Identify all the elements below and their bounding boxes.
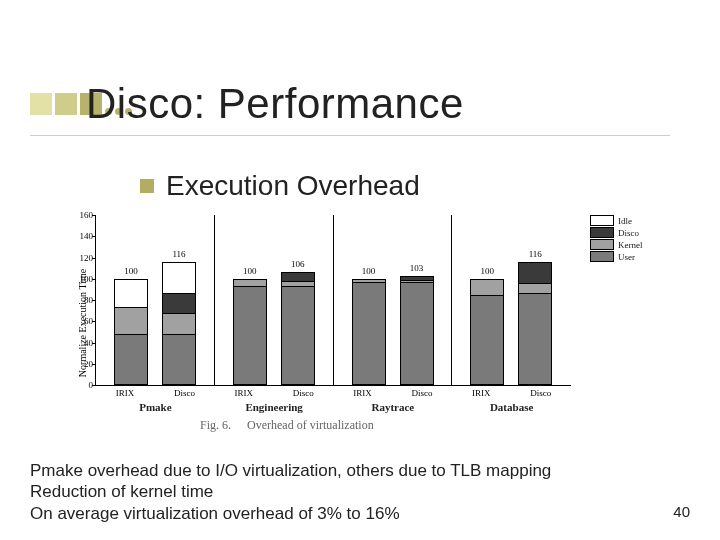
- body-text: Pmake overhead due to I/O virtualization…: [30, 460, 551, 524]
- x-label: IRIX: [353, 388, 372, 398]
- bar-segment-disco: [519, 263, 551, 284]
- bar-segment-user: [234, 287, 266, 384]
- y-tick: 40: [68, 338, 93, 348]
- x-label-slot: IRIXDisco: [452, 385, 571, 398]
- plot-area: 100116100106100103100116 IRIXDiscoIRIXDi…: [95, 215, 571, 386]
- bar: 116: [162, 262, 196, 385]
- group-label: Raytrace: [334, 401, 453, 413]
- x-label: IRIX: [116, 388, 135, 398]
- x-label-slot: IRIXDisco: [96, 385, 215, 398]
- bar-segment-user: [519, 294, 551, 384]
- bar-segment-idle: [115, 280, 147, 308]
- legend-item: Kernel: [590, 239, 690, 250]
- bar-segment-kernel: [163, 314, 195, 335]
- x-label-slot: IRIXDisco: [334, 385, 453, 398]
- legend-swatch: [590, 251, 614, 262]
- body-line-2: Reduction of kernel time: [30, 481, 551, 502]
- bar-segment-disco: [282, 273, 314, 281]
- y-tick-mark: [92, 321, 96, 322]
- bar-segment-user: [115, 335, 147, 384]
- chart: Normalize Execution Time 100116100106100…: [40, 215, 680, 430]
- y-tick-mark: [92, 258, 96, 259]
- bar-value-label: 100: [234, 266, 266, 276]
- bar-segment-kernel: [519, 284, 551, 294]
- y-tick-mark: [92, 364, 96, 365]
- legend-item: Idle: [590, 215, 690, 226]
- group-label: Engineering: [215, 401, 334, 413]
- legend-swatch: [590, 239, 614, 250]
- bar-segment-disco: [163, 294, 195, 314]
- bar-segment-kernel: [471, 280, 503, 297]
- bar: 100: [114, 279, 148, 385]
- x-label: Disco: [530, 388, 551, 398]
- figure-caption-text: Overhead of virtualization: [247, 418, 374, 433]
- figure-caption-prefix: Fig. 6.: [200, 418, 231, 433]
- bar-segment-user: [163, 335, 195, 384]
- bar-segment-user: [401, 283, 433, 384]
- legend-item: Disco: [590, 227, 690, 238]
- bar-group: 100116: [452, 215, 571, 385]
- bar: 103: [400, 276, 434, 385]
- y-tick-mark: [92, 279, 96, 280]
- bar: 100: [233, 279, 267, 385]
- group-label: Pmake: [96, 401, 215, 413]
- page-title: Disco: Performance: [86, 80, 464, 128]
- legend-swatch: [590, 227, 614, 238]
- bar: 100: [352, 279, 386, 385]
- deco-square-1: [30, 93, 52, 115]
- bar-value-label: 100: [353, 266, 385, 276]
- y-tick-mark: [92, 300, 96, 301]
- x-label: Disco: [174, 388, 195, 398]
- y-tick-mark: [92, 385, 96, 386]
- y-tick: 80: [68, 295, 93, 305]
- bar-group: 100103: [334, 215, 453, 385]
- bar-segment-user: [471, 296, 503, 384]
- bullet-icon: [140, 179, 154, 193]
- body-line-3: On average virtualization overhead of 3%…: [30, 503, 551, 524]
- legend-swatch: [590, 215, 614, 226]
- bar-group: 100106: [215, 215, 334, 385]
- bullet-text: Execution Overhead: [166, 170, 420, 202]
- x-label: IRIX: [472, 388, 491, 398]
- y-tick: 100: [68, 274, 93, 284]
- bar: 116: [518, 262, 552, 385]
- bar-group: 100116: [96, 215, 215, 385]
- y-tick: 160: [68, 210, 93, 220]
- deco-square-2: [55, 93, 77, 115]
- x-label: Disco: [411, 388, 432, 398]
- legend-text: Kernel: [618, 240, 643, 250]
- y-tick: 120: [68, 253, 93, 263]
- y-tick: 140: [68, 231, 93, 241]
- bar-value-label: 103: [401, 263, 433, 273]
- x-label: Disco: [293, 388, 314, 398]
- y-tick: 0: [68, 380, 93, 390]
- y-tick: 20: [68, 359, 93, 369]
- bar-value-label: 116: [519, 249, 551, 259]
- bar: 106: [281, 272, 315, 385]
- bar-segment-kernel: [115, 308, 147, 335]
- legend-text: User: [618, 252, 635, 262]
- legend-text: Disco: [618, 228, 639, 238]
- legend-item: User: [590, 251, 690, 262]
- bar-segment-kernel: [234, 280, 266, 287]
- page-number: 40: [673, 503, 690, 520]
- legend-text: Idle: [618, 216, 632, 226]
- bar-segment-idle: [163, 263, 195, 294]
- x-label-slot: IRIXDisco: [215, 385, 334, 398]
- bar-segment-user: [282, 287, 314, 384]
- y-tick-mark: [92, 215, 96, 216]
- y-tick: 60: [68, 316, 93, 326]
- bar-value-label: 100: [471, 266, 503, 276]
- bullet-row: Execution Overhead: [140, 170, 420, 202]
- figure-caption: Fig. 6. Overhead of virtualization: [200, 418, 374, 433]
- group-label: Database: [452, 401, 571, 413]
- x-label: IRIX: [235, 388, 254, 398]
- y-tick-mark: [92, 236, 96, 237]
- title-underline: [30, 135, 670, 136]
- bar-segment-user: [353, 283, 385, 384]
- body-line-1: Pmake overhead due to I/O virtualization…: [30, 460, 551, 481]
- bar-value-label: 106: [282, 259, 314, 269]
- legend: IdleDiscoKernelUser: [590, 215, 690, 263]
- bar-value-label: 116: [163, 249, 195, 259]
- bar-value-label: 100: [115, 266, 147, 276]
